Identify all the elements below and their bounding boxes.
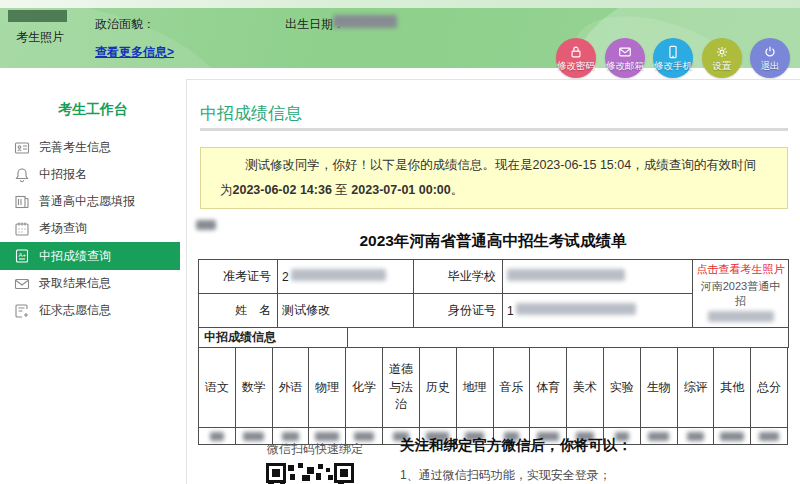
- content-top-divider: [186, 79, 800, 80]
- change-phone-button[interactable]: 修改手机: [653, 38, 693, 78]
- subject-header-cell: 地理: [456, 348, 493, 428]
- exam-no-value: 2: [278, 260, 414, 294]
- settings-button[interactable]: 设置: [702, 38, 742, 78]
- svg-text:A+: A+: [19, 252, 27, 258]
- subject-header-cell: 生物: [640, 348, 677, 428]
- birth-date-redacted: [333, 15, 397, 28]
- power-icon: [763, 45, 777, 59]
- mail-icon: [618, 45, 632, 59]
- title-underline: [200, 128, 788, 131]
- id-label: 身份证号: [414, 294, 503, 328]
- political-status-label: 政治面貌：: [95, 16, 155, 33]
- redacted-text: [196, 220, 216, 230]
- change-email-button[interactable]: 修改邮箱: [605, 38, 645, 78]
- subject-header-cell: 数学: [235, 348, 272, 428]
- sidebar-menu: 完善考生信息中招报名普通高中志愿填报考场查询A+中招成绩查询录取结果信息征求志愿…: [0, 134, 180, 324]
- name-value: 测试修改: [278, 294, 414, 328]
- button-label: 修改手机: [654, 60, 692, 71]
- school-label: 毕业学校: [414, 260, 503, 294]
- button-label: 设置: [713, 60, 732, 71]
- school-value: [503, 260, 693, 294]
- scoresheet-title: 2023年河南省普通高中招生考试成绩单: [198, 231, 788, 252]
- sidebar-divider: [186, 79, 187, 484]
- logout-button[interactable]: 退出: [750, 38, 790, 78]
- candidate-photo-label: 考生照片: [16, 29, 64, 46]
- sidebar-item-label: 中招报名: [39, 166, 87, 183]
- score-cell-redacted: [751, 428, 788, 445]
- subject-header-cell: 音乐: [493, 348, 530, 428]
- id-card-icon: [14, 140, 30, 156]
- sidebar-title: 考生工作台: [0, 101, 186, 119]
- sidebar-item-volunteer-fill[interactable]: 普通高中志愿填报: [0, 188, 180, 215]
- subject-header-cell: 其他: [714, 348, 751, 428]
- redacted-text: [708, 311, 774, 322]
- subject-header-cell: 语文: [199, 348, 236, 428]
- sidebar-item-complete-info[interactable]: 完善考生信息: [0, 134, 180, 161]
- sidebar-item-score-query[interactable]: A+中招成绩查询: [0, 242, 180, 270]
- sidebar-item-exam-room[interactable]: 考场查询: [0, 215, 180, 242]
- subject-header-cell: 美术: [567, 348, 604, 428]
- notice-box: 测试修改同学，你好！以下是你的成绩信息。现在是2023-06-15 15:04，…: [200, 147, 788, 209]
- wechat-qr-code: [266, 463, 354, 484]
- gear-icon: [715, 45, 729, 59]
- subject-header-cell: 实验: [603, 348, 640, 428]
- photo-cell: 点击查看考生照片 河南2023普通中招: [693, 260, 789, 328]
- top-strip: [0, 0, 800, 8]
- score-cell-redacted: [640, 428, 677, 445]
- id-value: 1: [503, 294, 693, 328]
- photo-caption: 河南2023普通中招: [696, 279, 785, 309]
- score-cell-redacted: [714, 428, 751, 445]
- scoresheet-table: 准考证号 2 毕业学校 点击查看考生照片 河南2023普通中招 姓 名 测试修改…: [198, 259, 788, 445]
- wechat-benefits-title: 关注和绑定官方微信后，你将可以：: [400, 436, 632, 455]
- subject-header-cell: 化学: [346, 348, 383, 428]
- sidebar-item-enrollment[interactable]: 中招报名: [0, 161, 180, 188]
- exam-no-label: 准考证号: [199, 260, 278, 294]
- sidebar-item-label: 录取结果信息: [39, 275, 111, 292]
- sidebar-item-label: 完善考生信息: [39, 139, 111, 156]
- candidate-photo-redacted: [8, 10, 67, 22]
- subject-header-cell: 物理: [309, 348, 346, 428]
- page-title: 中招成绩信息: [200, 102, 302, 125]
- wechat-benefit-item: 1、通过微信扫码功能，实现安全登录；: [400, 467, 611, 484]
- phone-icon: [666, 45, 680, 59]
- score-cell-redacted: [199, 428, 236, 445]
- view-photo-link[interactable]: 点击查看考生照片: [696, 262, 785, 277]
- change-password-button[interactable]: 修改密码: [556, 38, 596, 78]
- lock-icon: [569, 45, 583, 59]
- score-cell-redacted: [677, 428, 714, 445]
- wechat-qr-label: 微信扫码快速绑定: [267, 441, 363, 458]
- envelope-icon: [14, 276, 30, 292]
- sidebar-item-admission-result[interactable]: 录取结果信息: [0, 270, 180, 297]
- subject-header-cell: 外语: [272, 348, 309, 428]
- sidebar-item-label: 普通高中志愿填报: [39, 193, 135, 210]
- subject-header-cell: 历史: [419, 348, 456, 428]
- sidebar-item-label: 征求志愿信息: [39, 302, 111, 319]
- subject-header-cell: 道德与法治: [383, 348, 420, 428]
- view-more-info-link[interactable]: 查看更多信息>: [95, 44, 174, 61]
- bell-icon: [14, 167, 30, 183]
- button-label: 修改邮箱: [606, 60, 644, 71]
- button-label: 修改密码: [557, 60, 595, 71]
- calendar-icon: [14, 221, 30, 237]
- subject-header-cell: 综评: [677, 348, 714, 428]
- section-empty-cell: [348, 328, 789, 348]
- sidebar-item-seek-volunteer[interactable]: 征求志愿信息: [0, 297, 180, 324]
- grade-doc-icon: A+: [14, 248, 30, 264]
- button-label: 退出: [761, 60, 780, 71]
- subject-header-cell: 体育: [530, 348, 567, 428]
- sidebar-item-label: 考场查询: [39, 220, 87, 237]
- notice-text: 测试修改同学，你好！以下是你的成绩信息。现在是2023-06-15 15:04，…: [220, 153, 768, 203]
- subject-header-cell: 总分: [751, 348, 788, 428]
- name-label: 姓 名: [199, 294, 278, 328]
- doc-plus-icon: [14, 303, 30, 319]
- section-label: 中招成绩信息: [199, 328, 348, 348]
- building-icon: [14, 194, 30, 210]
- sidebar-item-label: 中招成绩查询: [39, 248, 111, 265]
